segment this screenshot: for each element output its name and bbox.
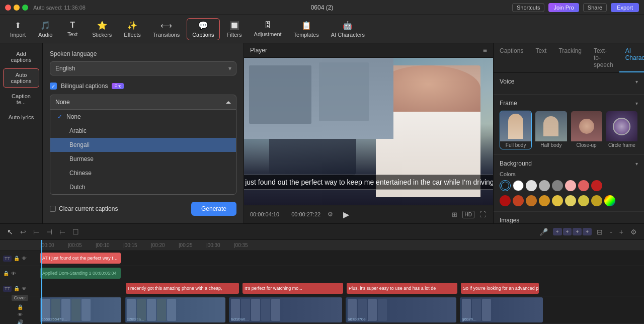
dropdown-option-burmese[interactable]: Burmese — [50, 152, 236, 166]
language-select[interactable]: English — [50, 61, 236, 75]
color-swatch-lightyellow[interactable] — [565, 195, 576, 206]
trim-start-tool[interactable]: ⊣ — [44, 227, 54, 237]
color-swatch-yellow[interactable] — [552, 195, 563, 206]
color-swatch-white[interactable] — [513, 180, 524, 191]
color-swatch-darkgray[interactable] — [552, 180, 563, 191]
tab-tracking[interactable]: Tracking — [552, 43, 588, 72]
frame-close-up[interactable]: Close-up — [571, 111, 603, 149]
tool-templates[interactable]: 📋 Templates — [289, 19, 324, 40]
settings-icon[interactable]: ⚙ — [328, 211, 333, 218]
color-swatch-red[interactable] — [591, 180, 602, 191]
tool-text[interactable]: T Text — [60, 19, 85, 39]
delete-tool[interactable]: ☐ — [70, 227, 81, 237]
frame-half-body[interactable]: Half body — [535, 111, 567, 149]
screenshot-button[interactable]: ⊞ — [451, 210, 458, 219]
tab-ai-characters[interactable]: AI Characters — [619, 43, 644, 72]
track-btn-2[interactable]: + — [563, 228, 572, 235]
auto-captions-btn[interactable]: Auto captions — [3, 68, 39, 88]
color-swatch-tan[interactable] — [591, 195, 602, 206]
eye-icon-4[interactable]: 👁 — [18, 312, 23, 317]
clip-standing[interactable]: Applied Dom-Standing 1 00:00:05:04 — [40, 268, 121, 279]
frame-section-header[interactable]: Frame ▾ — [500, 100, 638, 107]
color-swatch-orange[interactable] — [526, 195, 537, 206]
join-pro-button[interactable]: Join Pro — [548, 3, 579, 12]
color-swatch-amber[interactable] — [539, 195, 550, 206]
export-button[interactable]: Export — [611, 3, 639, 12]
clear-captions-checkbox[interactable] — [50, 206, 56, 212]
video-clip-3[interactable]: bcf20a0... — [229, 297, 342, 322]
tool-audio[interactable]: 🎵 Audio — [33, 19, 58, 40]
close-button[interactable] — [5, 5, 11, 11]
clip-caption-main[interactable]: AT I just found out the perfect way to k… — [40, 253, 121, 264]
eye-icon-2[interactable]: 👁 — [11, 271, 16, 276]
bilingual-checkbox[interactable]: ✓ — [50, 83, 57, 90]
trim-end-tool[interactable]: ⊢ — [57, 227, 67, 237]
clip-perfect[interactable]: It's perfect for watching mo... — [243, 283, 343, 294]
zoom-out-btn[interactable]: - — [608, 227, 614, 237]
lock-icon-2[interactable]: 🔒 — [3, 271, 9, 276]
clip-recently[interactable]: I recently got this amazing phone with a… — [126, 283, 239, 294]
color-swatch-darkorange[interactable] — [513, 195, 524, 206]
dropdown-option-dutch[interactable]: Dutch — [50, 180, 236, 194]
play-button[interactable]: ▶ — [340, 208, 352, 220]
auto-lyrics-btn[interactable]: Auto lyrics — [3, 111, 39, 124]
add-captions-btn[interactable]: Add captions — [3, 47, 39, 66]
zoom-in-btn[interactable]: + — [617, 227, 625, 237]
lock-icon-4[interactable]: 🔒 — [17, 304, 23, 310]
dropdown-option-chinese[interactable]: Chinese — [50, 166, 236, 180]
fullscreen-button[interactable] — [22, 5, 28, 11]
images-section-header[interactable]: Images — [500, 217, 638, 223]
video-clip-5[interactable]: g6b76... — [460, 297, 543, 322]
subtitle-mode-btn[interactable]: ⊟ — [595, 227, 605, 237]
dropdown-option-arabic[interactable]: Arabic — [50, 124, 236, 138]
color-rainbow-swatch[interactable] — [604, 195, 615, 206]
tool-effects[interactable]: ✨ Effects — [119, 19, 145, 40]
video-clip-2[interactable]: c28f2ca... — [125, 297, 225, 322]
lock-icon[interactable]: 🔒 — [14, 256, 20, 261]
track-btn-4[interactable]: + — [583, 228, 592, 235]
minimize-button[interactable] — [14, 5, 20, 11]
eye-icon-3[interactable]: 👁 — [22, 286, 27, 291]
tab-text[interactable]: Text — [529, 43, 552, 72]
frame-full-body[interactable]: Full body — [500, 111, 532, 149]
color-swatch-gold[interactable] — [578, 195, 589, 206]
tool-stickers[interactable]: ⭐ Stickers — [87, 19, 117, 40]
dropdown-header[interactable]: None — [50, 95, 236, 110]
tool-captions[interactable]: 💬 Captions — [187, 18, 219, 40]
dropdown-option-none[interactable]: ✓ None — [50, 110, 236, 124]
split-tool[interactable]: ⊢ — [31, 227, 41, 237]
dropdown-option-bengali[interactable]: Bengali — [50, 138, 236, 152]
tab-text-to-speech[interactable]: Text-to-speech — [588, 43, 619, 72]
frame-circle[interactable]: Circle frame — [606, 111, 638, 149]
color-swatch-lightgray[interactable] — [526, 180, 537, 191]
voice-section-header[interactable]: Voice ▾ — [500, 78, 638, 85]
audio-icon-4[interactable]: 🔊 — [17, 319, 23, 324]
mic-button[interactable]: 🎤 — [537, 227, 550, 237]
video-clip-main[interactable]: b559255473... — [40, 297, 121, 322]
clip-looking[interactable]: So if you're looking for an advanced pho… — [461, 283, 539, 294]
share-button[interactable]: Share — [583, 3, 607, 12]
caption-template-btn[interactable]: Caption te... — [3, 90, 39, 109]
clip-easy[interactable]: Plus, it's super easy to use and has a l… — [347, 283, 457, 294]
video-clip-4[interactable]: b67b370e... — [346, 297, 456, 322]
background-section-header[interactable]: Background ▾ — [500, 160, 638, 167]
track-btn-3[interactable]: + — [573, 228, 582, 235]
player-menu-icon[interactable]: ≡ — [483, 46, 487, 54]
color-swatch-dark[interactable] — [500, 180, 511, 191]
color-swatch-gray[interactable] — [539, 180, 550, 191]
bilingual-language-dropdown[interactable]: None ✓ None Arabic Bengali Burm — [50, 95, 236, 195]
tool-filters[interactable]: 🔲 Filters — [222, 19, 247, 40]
fullscreen-button[interactable]: ⛶ — [478, 210, 487, 219]
undo-tool[interactable]: ↩ — [18, 227, 28, 237]
tool-ai-characters[interactable]: 🤖 AI Characters — [326, 19, 370, 40]
tool-import[interactable]: ⬆ Import — [5, 19, 31, 40]
tool-adjustment[interactable]: 🎛 Adjustment — [249, 19, 287, 39]
tab-captions[interactable]: Captions — [494, 43, 529, 72]
add-track-btn[interactable]: + — [553, 228, 562, 235]
shortcuts-button[interactable]: Shortcuts — [512, 3, 544, 12]
generate-button[interactable]: Generate — [191, 202, 236, 216]
color-swatch-lightred[interactable] — [578, 180, 589, 191]
tool-transitions[interactable]: ⟷ Transitions — [148, 19, 185, 40]
color-swatch-pink[interactable] — [565, 180, 576, 191]
eye-icon[interactable]: 👁 — [22, 256, 27, 261]
